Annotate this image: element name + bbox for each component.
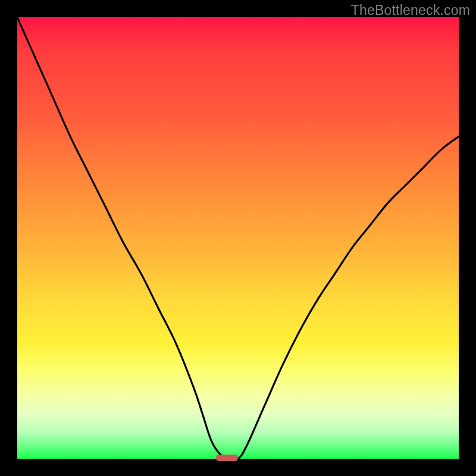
watermark-text: TheBottleneck.com <box>351 2 470 18</box>
chart-frame: TheBottleneck.com <box>0 0 476 476</box>
optimal-range-marker <box>17 17 459 459</box>
svg-rect-0 <box>216 455 238 461</box>
